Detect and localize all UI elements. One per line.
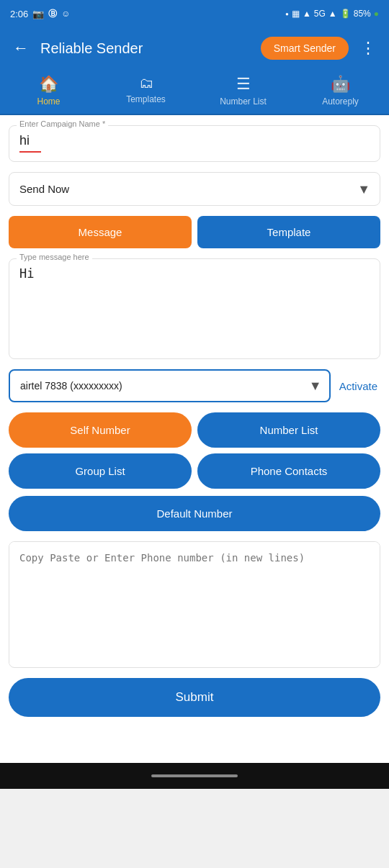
- home-icon: 🏠: [39, 75, 58, 94]
- status-left: 2:06 📷 Ⓑ ☺: [10, 8, 71, 20]
- message-tab-button[interactable]: Message: [9, 216, 192, 248]
- status-bar: 2:06 📷 Ⓑ ☺ ● ▦ ▲ 5G ▲ 🔋 85% ●: [0, 0, 389, 27]
- back-button[interactable]: ←: [10, 39, 32, 58]
- message-label: Type message here: [17, 253, 92, 261]
- tab-autoreply-label: Autoreply: [322, 96, 359, 107]
- message-area: Type message here Hi: [9, 258, 380, 359]
- b-icon: Ⓑ: [48, 8, 57, 20]
- default-number-button[interactable]: Default Number: [9, 496, 380, 531]
- signal-bars-2: ▲: [328, 9, 337, 19]
- tab-autoreply[interactable]: 🤖 Autoreply: [312, 75, 370, 107]
- number-source-grid: Self Number Number List Group List Phone…: [9, 412, 380, 489]
- tab-number-list-label: Number List: [220, 96, 267, 107]
- activate-button[interactable]: Activate: [336, 380, 380, 392]
- tab-home-label: Home: [37, 96, 60, 107]
- signal-bars: ▲: [303, 9, 311, 19]
- phone-number-field: [9, 541, 380, 668]
- dot-indicator: ●: [285, 11, 289, 17]
- submit-button[interactable]: Submit: [9, 678, 380, 717]
- self-number-button[interactable]: Self Number: [9, 412, 192, 448]
- campaign-name-field: Enter Campaign Name *: [9, 125, 380, 162]
- template-tab-button[interactable]: Template: [197, 216, 380, 248]
- phone-number-input[interactable]: [9, 542, 380, 664]
- battery-icon: 🔋: [340, 9, 351, 19]
- send-schedule-field: Send Now Schedule ▼: [9, 172, 380, 206]
- main-content: Enter Campaign Name * Send Now Schedule …: [0, 115, 389, 763]
- network-icon: ▦: [292, 9, 300, 19]
- group-list-button[interactable]: Group List: [9, 453, 192, 489]
- tab-home[interactable]: 🏠 Home: [20, 75, 78, 107]
- sender-select[interactable]: airtel 7838 (xxxxxxxxx): [9, 369, 331, 402]
- more-options-icon[interactable]: ⋮: [357, 39, 379, 58]
- phone-contacts-button[interactable]: Phone Contacts: [197, 453, 380, 489]
- message-input[interactable]: Hi: [19, 266, 370, 345]
- message-template-toggle: Message Template: [9, 216, 380, 248]
- time-display: 2:06: [10, 9, 28, 19]
- battery-percent: 85%: [354, 9, 371, 19]
- signal-type: 5G: [314, 9, 326, 19]
- app-header: ← Reliable Sender Smart Sender ⋮: [0, 27, 389, 69]
- send-schedule-select[interactable]: Send Now Schedule: [9, 172, 380, 206]
- tab-number-list[interactable]: ☰ Number List: [215, 75, 272, 107]
- status-right: ● ▦ ▲ 5G ▲ 🔋 85% ●: [285, 9, 379, 19]
- smart-sender-button[interactable]: Smart Sender: [261, 37, 349, 60]
- sender-row: airtel 7838 (xxxxxxxxx) ▼ Activate: [9, 369, 380, 402]
- templates-icon: 🗂: [139, 75, 153, 91]
- nav-tabs: 🏠 Home 🗂 Templates ☰ Number List 🤖 Autor…: [0, 69, 389, 115]
- green-dot: ●: [374, 9, 379, 19]
- campaign-name-label: Enter Campaign Name *: [17, 119, 108, 128]
- autoreply-icon: 🤖: [331, 75, 350, 94]
- camera-icon: 📷: [32, 9, 44, 19]
- number-list-button[interactable]: Number List: [197, 412, 380, 448]
- extra-icon: ☺: [61, 9, 70, 19]
- number-list-icon: ☰: [236, 75, 251, 94]
- tab-templates-label: Templates: [126, 94, 166, 104]
- sender-select-wrapper: airtel 7838 (xxxxxxxxx) ▼: [9, 369, 331, 402]
- campaign-name-input[interactable]: [19, 133, 370, 148]
- bottom-bar: [0, 763, 389, 789]
- home-indicator: [151, 774, 238, 777]
- app-title: Reliable Sender: [40, 40, 252, 57]
- tab-templates[interactable]: 🗂 Templates: [117, 75, 175, 107]
